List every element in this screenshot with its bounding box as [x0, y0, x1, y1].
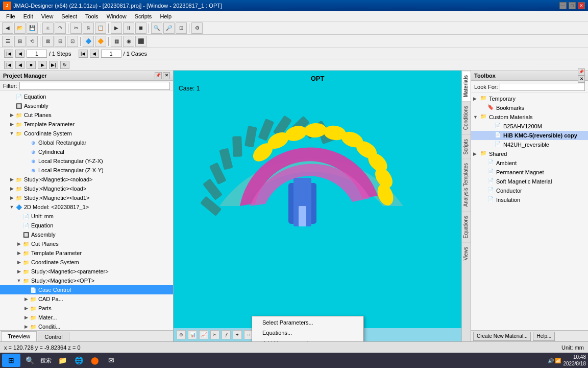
vtab-materials[interactable]: Materials: [462, 71, 471, 101]
tree-toggle-study-opt[interactable]: ▼: [16, 278, 21, 283]
toolbar-btn-5[interactable]: ⎘: [83, 22, 94, 34]
tree-toggle-equation2[interactable]: [16, 223, 21, 228]
tb-item-bookmarks[interactable]: 🔖Bookmarks: [471, 103, 588, 112]
tab-treeview[interactable]: Treeview: [1, 331, 37, 341]
menu-item-view[interactable]: View: [37, 12, 58, 20]
case-prev[interactable]: ◀: [90, 50, 99, 58]
menu-item-edit[interactable]: Edit: [19, 12, 37, 20]
taskbar-edge[interactable]: 🌐: [71, 354, 86, 367]
tree-item-materials[interactable]: ▶📁Mater...: [0, 313, 173, 322]
tb-item-shared[interactable]: ▶📁Shared: [471, 149, 588, 158]
tree-item-coord-system[interactable]: ▼📁Coordinate System: [0, 129, 173, 138]
play-stop[interactable]: ■: [27, 61, 36, 69]
look-for-input[interactable]: [500, 83, 585, 91]
menu-item-select[interactable]: Select: [57, 12, 81, 20]
maximize-button[interactable]: □: [569, 2, 576, 9]
toolbar-settings[interactable]: ⚙: [191, 22, 203, 34]
tb-item-b25ahv1200m[interactable]: 📄B25AHV1200M: [471, 122, 588, 131]
ctx-item-select-params[interactable]: Select Parameters...: [252, 317, 363, 328]
toolbar-pause[interactable]: ⏸: [123, 22, 134, 34]
tree-toggle-local-rect-zxy[interactable]: [23, 168, 29, 173]
menu-item-file[interactable]: File: [2, 12, 19, 20]
tree-item-global-rect[interactable]: ⊕Global Rectangular: [0, 138, 173, 147]
menu-item-help[interactable]: Help: [156, 12, 176, 20]
tree-toggle-conditions[interactable]: ▶: [23, 324, 29, 329]
tree-item-cad-parts[interactable]: ▶📁CAD Pa...: [0, 294, 173, 304]
tree-item-equation[interactable]: 📄Equation: [0, 92, 173, 101]
tree-toggle-cut-planes2[interactable]: ▶: [16, 241, 21, 246]
vp-btn-3[interactable]: 📈: [199, 330, 208, 339]
tree-item-template-param[interactable]: ▶📁Template Parameter: [0, 120, 173, 129]
tab-control[interactable]: Control: [38, 332, 69, 341]
tree-toggle-study-param[interactable]: ▶: [16, 269, 21, 274]
tree-item-local-rect-yzx[interactable]: ⊕Local Rectangular (Y-Z-X): [0, 156, 173, 166]
tree-toggle-coord-system2[interactable]: ▶: [16, 260, 21, 265]
taskbar-files[interactable]: 📁: [55, 354, 69, 367]
tb-item-insulation[interactable]: 📄Insulation: [471, 195, 588, 204]
toolbar2-btn1[interactable]: ☰: [2, 36, 13, 47]
toolbar2-btn6[interactable]: ⊡: [67, 36, 78, 47]
tree-toggle-global-rect[interactable]: [23, 140, 29, 145]
vp-btn-1[interactable]: ⊕: [177, 330, 186, 339]
tree-toggle-cad-parts[interactable]: ▶: [23, 296, 29, 302]
case-first[interactable]: |◀: [79, 50, 88, 58]
tree-item-study-load[interactable]: ▶📁Study:<Magnetic><load>: [0, 184, 173, 193]
tree-toggle-case-control[interactable]: [23, 287, 29, 292]
tree-toggle-cut-planes[interactable]: ▶: [9, 112, 14, 118]
tree-toggle-coord-system[interactable]: ▼: [9, 131, 14, 136]
tree-toggle-equation[interactable]: [9, 94, 14, 99]
tree-toggle-model-2d[interactable]: ▼: [9, 204, 14, 210]
tree-item-assembly2[interactable]: 🔲Assembly: [0, 230, 173, 239]
toolbar-open[interactable]: 📂: [14, 22, 26, 34]
toolbar2-btn11[interactable]: ⬛: [135, 36, 146, 47]
toolbar-btn-6[interactable]: 📋: [95, 22, 106, 34]
tree-item-unit-mm[interactable]: 📄Unit: mm: [0, 212, 173, 221]
case-value[interactable]: 1: [101, 50, 121, 58]
tb-item-permanent-magnet[interactable]: 📄Permanent Magnet: [471, 168, 588, 177]
toolbar-btn-2[interactable]: ⎌: [42, 22, 54, 34]
toolbar-stop[interactable]: ⏹: [135, 22, 146, 34]
toolbar-run[interactable]: ▶: [111, 22, 122, 34]
toolbar-save[interactable]: 💾: [27, 22, 38, 34]
menu-item-tools[interactable]: Tools: [81, 12, 103, 20]
play-start[interactable]: |◀: [4, 61, 13, 69]
toolbar2-btn5[interactable]: ⊟: [55, 36, 66, 47]
tree-toggle-unit-mm[interactable]: [16, 214, 21, 219]
vp-btn-2[interactable]: 📊: [188, 330, 197, 339]
menu-item-window[interactable]: Window: [103, 12, 131, 20]
tb-toggle-temporary[interactable]: ▶: [473, 96, 479, 101]
tree-item-case-control[interactable]: 📄Case Control: [0, 285, 173, 294]
ctx-item-add-measurements[interactable]: Add Measurements...: [252, 338, 363, 341]
toolbar2-btn2[interactable]: ⊞: [14, 36, 26, 47]
minimize-button[interactable]: —: [559, 2, 567, 9]
play-loop[interactable]: ↻: [60, 61, 69, 69]
filter-input[interactable]: [19, 82, 170, 90]
tree-item-cut-planes[interactable]: ▶📁Cut Planes: [0, 110, 173, 120]
tb-item-n42uh[interactable]: 📄N42UH_reversible: [471, 140, 588, 149]
tree-toggle-template-param2[interactable]: ▶: [16, 250, 21, 256]
taskbar-chrome[interactable]: ⬤: [88, 354, 102, 367]
tb-item-conductor[interactable]: 📄Conductor: [471, 186, 588, 195]
vtab-conditions[interactable]: Conditions: [462, 101, 471, 134]
vp-btn-5[interactable]: 𝑓: [222, 330, 231, 339]
tree-item-study-noload[interactable]: ▶📁Study:<Magnetic><noload>: [0, 175, 173, 184]
tree-item-local-rect-zxy[interactable]: ⊕Local Rectangular (Z-X-Y): [0, 166, 173, 175]
tb-toggle-custom-materials[interactable]: ▼: [473, 114, 479, 120]
project-panel-pin[interactable]: 📌: [155, 72, 162, 79]
toolbar2-btn8[interactable]: 🔶: [95, 36, 106, 47]
tree-toggle-study-noload[interactable]: ▶: [9, 177, 14, 182]
tree-item-parts[interactable]: ▶📁Parts: [0, 304, 173, 313]
vtab-views[interactable]: Views: [462, 242, 471, 265]
help-btn[interactable]: Help...: [533, 332, 555, 341]
tree-item-model-2d[interactable]: ▼🔷2D Model: <20230817_1>: [0, 202, 173, 212]
vtab-analysis-templates[interactable]: Analysis Templates: [462, 158, 471, 211]
play-next[interactable]: ▶: [38, 61, 47, 69]
tree-toggle-materials[interactable]: ▶: [23, 315, 29, 320]
tree-toggle-study-load1[interactable]: ▶: [9, 195, 14, 200]
taskbar-search[interactable]: 🔍: [22, 354, 37, 367]
toolbar-btn-3[interactable]: ↷: [55, 22, 66, 34]
tb-item-soft-magnetic[interactable]: 📄Soft Magnetic Material: [471, 177, 588, 186]
tb-item-ambient[interactable]: 📄Ambient: [471, 158, 588, 168]
tree-item-study-opt[interactable]: ▼📁Study:<Magnetic><OPT>: [0, 276, 173, 285]
toolbar-zoom-in[interactable]: 🔍: [151, 22, 162, 34]
